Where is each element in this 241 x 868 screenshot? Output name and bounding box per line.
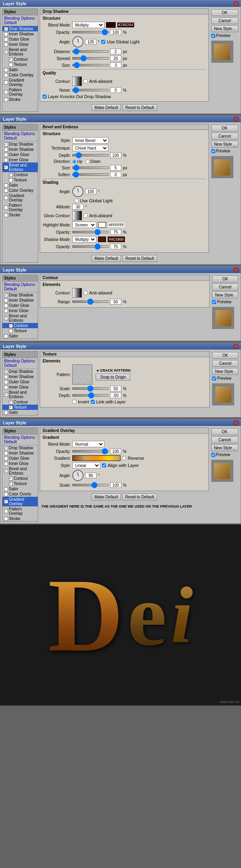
make-default-button-2[interactable]: Make Default — [92, 255, 121, 262]
checkbox-contour-5[interactable] — [9, 477, 13, 481]
direction-up-2[interactable]: Up — [72, 159, 82, 164]
contour-element-preview-3[interactable] — [72, 288, 82, 298]
sidebar-item-drop-shadow-5[interactable]: Drop Shadow — [2, 445, 38, 450]
noise-slider-1[interactable] — [72, 89, 108, 91]
pattern-preview-4[interactable] — [72, 364, 92, 385]
highlight-color-swatch-2[interactable] — [98, 222, 106, 228]
anti-aliased-checkbox-1[interactable] — [84, 79, 88, 83]
direction-down-radio-2[interactable] — [86, 160, 90, 164]
altitude-value-2[interactable] — [72, 204, 84, 210]
new-style-button-1[interactable]: New Style... — [211, 25, 238, 32]
preview-checkbox-2[interactable] — [211, 149, 215, 153]
sidebar-item-outer-glow-3[interactable]: Outer Glow — [2, 303, 38, 308]
sidebar-item-satin-4[interactable]: Satin — [2, 410, 38, 415]
sidebar-item-pattern-overlay-2[interactable]: Pattern Overlay — [2, 203, 38, 212]
shadow-mode-select-2[interactable]: Multiply — [72, 236, 96, 243]
checkbox-gradient-overlay-1[interactable] — [4, 80, 8, 84]
gradient-angle-value-5[interactable] — [85, 473, 96, 478]
sidebar-item-inner-glow-5[interactable]: Inner Glow — [2, 461, 38, 466]
sidebar-item-stroke-5[interactable]: Stroke — [2, 516, 38, 521]
checkbox-contour-4[interactable] — [9, 400, 13, 404]
scale-value-4[interactable] — [110, 386, 121, 391]
layer-knocks-checkbox-1[interactable] — [43, 95, 47, 99]
checkbox-contour-1[interactable] — [9, 58, 13, 62]
distance-value-1[interactable] — [110, 49, 121, 54]
preview-checkbox-4[interactable] — [212, 376, 216, 381]
checkbox-drop-shadow-1[interactable] — [4, 27, 8, 31]
checkbox-outer-glow-3[interactable] — [4, 304, 8, 308]
checkbox-inner-shadow-3[interactable] — [4, 298, 8, 302]
checkbox-inner-shadow-4[interactable] — [4, 375, 8, 379]
checkbox-satin-4[interactable] — [4, 411, 8, 415]
sidebar-item-satin-3[interactable]: Satin — [2, 333, 38, 339]
direction-down-2[interactable]: Down — [86, 159, 101, 164]
angle-value-1[interactable] — [85, 39, 96, 45]
new-style-button-5[interactable]: New Style _ — [211, 444, 238, 451]
sidebar-item-inner-shadow-5[interactable]: Inner Shadow — [2, 450, 38, 456]
sidebar-item-inner-shadow-1[interactable]: Inner Shadow — [2, 31, 38, 37]
checkbox-stroke-2[interactable] — [4, 213, 8, 217]
shadow-opacity-slider-2[interactable] — [72, 245, 108, 248]
align-with-layer-checkbox-5[interactable] — [102, 463, 106, 467]
size-value-1[interactable] — [110, 62, 121, 68]
close-button-3[interactable] — [233, 267, 238, 272]
checkbox-gradient-overlay-2[interactable] — [4, 196, 8, 200]
checkbox-bevel-1[interactable] — [4, 50, 8, 54]
sidebar-item-drop-shadow-3[interactable]: Drop Shadow — [2, 292, 38, 298]
soften-value-2[interactable] — [110, 172, 121, 177]
spread-slider-1[interactable] — [72, 57, 108, 60]
close-button-2[interactable] — [233, 117, 238, 121]
invert-checkbox-4[interactable] — [72, 400, 76, 404]
sidebar-item-drop-shadow-2[interactable]: Drop Shadow — [2, 142, 38, 147]
blending-options-5[interactable]: Blending Options: Default — [2, 434, 38, 445]
gloss-anti-aliased-checkbox-2[interactable] — [84, 214, 88, 218]
checkbox-color-overlay-2[interactable] — [4, 189, 8, 193]
checkbox-satin-1[interactable] — [4, 68, 8, 72]
sidebar-item-outer-glow-1[interactable]: Outer Glow — [2, 37, 38, 42]
reset-default-button-2[interactable]: Reset to Default — [123, 255, 157, 262]
opacity-slider-1[interactable] — [72, 31, 108, 33]
sidebar-item-stroke-1[interactable]: Stroke — [2, 97, 38, 102]
cancel-button-2[interactable]: Cancel — [211, 133, 238, 140]
depth-value-4[interactable] — [110, 393, 121, 398]
cancel-button-5[interactable]: Cancel — [211, 436, 238, 443]
snap-to-origin-button-4[interactable]: Snap to Origin — [96, 374, 131, 381]
reset-default-button-1[interactable]: Reset to Default — [123, 104, 157, 111]
checkbox-stroke-1[interactable] — [4, 98, 8, 102]
style-select-2[interactable]: Inner Bevel — [72, 137, 108, 144]
spread-value-1[interactable] — [110, 56, 121, 61]
checkbox-texture-1[interactable] — [9, 63, 13, 67]
size-slider-1[interactable] — [72, 64, 108, 66]
checkbox-color-overlay-1[interactable] — [4, 73, 8, 77]
shading-angle-value-2[interactable] — [85, 189, 96, 194]
ok-button-5[interactable]: OK — [211, 428, 238, 435]
checkbox-inner-glow-3[interactable] — [4, 309, 8, 313]
checkbox-color-overlay-5[interactable] — [4, 492, 8, 496]
sidebar-item-gradient-overlay-5[interactable]: Gradient Overlay — [2, 497, 38, 506]
checkbox-inner-glow-5[interactable] — [4, 462, 8, 466]
soften-slider-2[interactable] — [72, 173, 108, 176]
noise-value-1[interactable] — [110, 87, 121, 93]
link-with-layer-checkbox-4[interactable] — [91, 400, 95, 404]
reverse-checkbox-5[interactable] — [122, 456, 126, 460]
sidebar-item-color-overlay-2[interactable]: Color Overlay — [2, 188, 38, 193]
preview-checkbox-1[interactable] — [211, 34, 215, 38]
checkbox-drop-shadow-2[interactable] — [4, 142, 8, 146]
checkbox-inner-shadow-1[interactable] — [4, 32, 8, 36]
gradient-bar-5[interactable] — [72, 455, 120, 461]
close-button-1[interactable] — [233, 1, 238, 6]
checkbox-satin-2[interactable] — [4, 183, 8, 187]
checkbox-drop-shadow-5[interactable] — [4, 446, 8, 450]
sidebar-item-satin-5[interactable]: Satin — [2, 486, 38, 492]
sidebar-item-satin-2[interactable]: Satin — [2, 183, 38, 188]
checkbox-contour-2[interactable] — [9, 173, 13, 177]
sidebar-item-texture-4[interactable]: Texture — [2, 405, 38, 410]
sidebar-item-bevel-5[interactable]: Bevel and Emboss — [2, 466, 38, 476]
blending-options-1[interactable]: Blending Options: Default — [2, 15, 38, 26]
reset-default-button-5[interactable]: Reset to Default — [123, 494, 157, 500]
checkbox-satin-3[interactable] — [4, 334, 8, 338]
sidebar-item-inner-shadow-3[interactable]: Inner Shadow — [2, 298, 38, 303]
sidebar-item-stroke-2[interactable]: Stroke — [2, 212, 38, 218]
sidebar-item-pattern-overlay-5[interactable]: Pattern Overlay — [2, 506, 38, 516]
range-slider-3[interactable] — [72, 300, 108, 303]
